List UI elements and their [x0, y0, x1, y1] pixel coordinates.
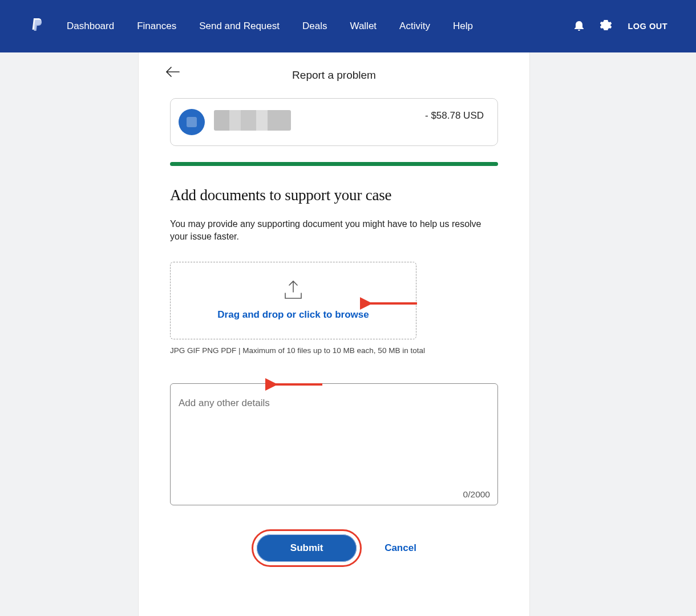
submit-button[interactable]: Submit — [257, 534, 357, 562]
nav-items: Dashboard Finances Send and Request Deal… — [67, 21, 473, 32]
transaction-amount: - $58.78 USD — [425, 110, 484, 121]
panel-header: Report a problem — [139, 52, 529, 98]
nav-send-request[interactable]: Send and Request — [199, 21, 280, 32]
nav-dashboard[interactable]: Dashboard — [67, 21, 114, 32]
content: - $58.78 USD Add documents to support yo… — [139, 98, 529, 567]
back-arrow-icon[interactable] — [166, 66, 180, 80]
submit-highlight: Submit — [252, 529, 362, 567]
section-description: You may provide any supporting document … — [170, 218, 498, 242]
nav-wallet[interactable]: Wallet — [350, 21, 377, 32]
gear-icon[interactable] — [600, 19, 612, 33]
progress-bar — [170, 162, 498, 166]
details-wrap: 0/2000 — [170, 383, 498, 508]
transaction-card: - $58.78 USD — [170, 98, 498, 146]
nav-help[interactable]: Help — [453, 21, 473, 32]
merchant-avatar — [179, 109, 205, 135]
dropzone-text: Drag and drop or click to browse — [171, 309, 416, 321]
nav-activity[interactable]: Activity — [399, 21, 430, 32]
section-title: Add documents to support your case — [170, 187, 498, 204]
file-hint: JPG GIF PNG PDF | Maximum of 10 files up… — [170, 346, 498, 355]
nav-finances[interactable]: Finances — [137, 21, 176, 32]
page-title: Report a problem — [292, 69, 376, 82]
merchant-name-redacted — [214, 109, 425, 131]
nav-deals[interactable]: Deals — [302, 21, 327, 32]
details-textarea[interactable] — [170, 383, 498, 505]
file-dropzone[interactable]: Drag and drop or click to browse — [170, 262, 416, 339]
upload-icon — [284, 279, 303, 300]
top-nav: Dashboard Finances Send and Request Deal… — [0, 0, 696, 52]
bell-icon[interactable] — [574, 19, 584, 33]
action-row: Submit Cancel — [170, 529, 498, 567]
main-panel: Report a problem - $58.78 USD Add docume… — [138, 52, 530, 616]
nav-right: LOG OUT — [574, 19, 685, 33]
cancel-link[interactable]: Cancel — [385, 542, 416, 554]
logout-link[interactable]: LOG OUT — [628, 22, 667, 31]
paypal-logo-icon[interactable] — [31, 18, 44, 35]
